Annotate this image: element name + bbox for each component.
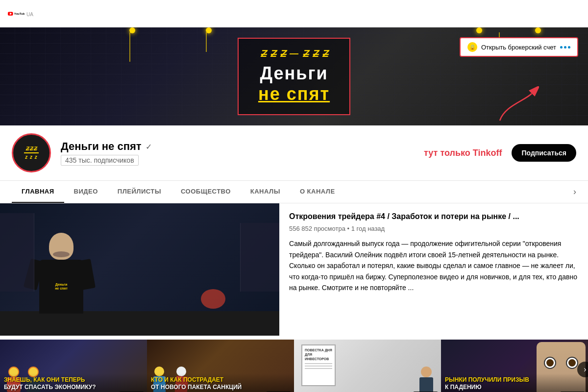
annotation-arrow [490,86,539,125]
document-element: ПОВЕСТКА ДНЯ ДЛЯ ИНВЕСТОРОВ [301,344,336,386]
thumb-title-bottom-2: ОТ НОВОГО ПАКЕТА САНКЦИЙ [151,384,290,392]
tinkoff-label: тут только Tinkoff [424,148,502,158]
site-header: YouTube UA [0,0,588,27]
building-right [240,223,279,292]
broker-label: Открыть брокерский счет [481,44,556,51]
featured-thumbnail[interactable]: Деньгине спят [0,203,279,336]
channel-name: Деньги не спят [61,140,142,153]
subscribe-button[interactable]: Подписаться [512,144,576,162]
verified-icon: ✓ [146,142,152,151]
person-head [49,233,74,260]
tab-playlists[interactable]: ПЛЕЙЛИСТЫ [108,181,171,203]
banner-title-line1: Деньги [258,63,330,84]
video-description-text: Самый долгожданный выпуск года — продолж… [289,238,578,293]
thumb-overlay-4: РЫНКИ ПОЛУЧИЛИ ПРИЗЫВ К ПАДЕНИЮ [441,373,588,392]
char-body5 [419,377,433,392]
region-label: UA [26,12,33,17]
char-reporter [416,367,436,392]
thumb-title-bottom-4: К ПАДЕНИЮ [445,384,584,392]
zzz-icon: Z̶ [302,49,308,59]
banner-title-box: Z̶ Z̶ Z̶ — Z̶ Z̶ Z̶ Деньги не спят [238,38,350,115]
thumbnail-image-2: КТО И КАК ПОСТРАДАЕТ ОТ НОВОГО ПАКЕТА СА… [147,340,294,392]
channel-meta: Деньги не спят ✓ 435 тыс. подписчиков [61,140,385,166]
thumb-bg-3: ПОВЕСТКА ДНЯ ДЛЯ ИНВЕСТОРОВ [294,340,441,392]
channel-name-row: Деньги не спят ✓ [61,140,385,153]
zzz-icon: Z̶ [312,49,318,59]
thumbnails-row: ЗНАЕШЬ, КАК ОНИ ТЕПЕРЬ БУДУТ СПАСАТЬ ЭКО… [0,336,588,392]
tab-home[interactable]: ГЛАВНАЯ [12,181,64,203]
thumbnail-item-2[interactable]: КТО И КАК ПОСТРАДАЕТ ОТ НОВОГО ПАКЕТА СА… [147,340,294,392]
tab-channels[interactable]: КАНАЛЫ [241,181,290,203]
thumbnail-item-3[interactable]: ПОВЕСТКА ДНЯ ДЛЯ ИНВЕСТОРОВ 3:41:41 [294,340,441,392]
avatar-zzz-text2: z z z [25,154,38,160]
doc-lines [305,363,332,369]
doc-line [305,363,332,364]
channel-nav: ГЛАВНАЯ ВИДЕО ПЛЕЙЛИСТЫ СООБЩЕСТВО КАНАЛ… [0,181,588,203]
zzz-icon: — [290,49,298,59]
main-content: Деньгине спят Откровения трейдера #4 / З… [0,203,588,336]
thumbnail-image-3: ПОВЕСТКА ДНЯ ДЛЯ ИНВЕСТОРОВ 3:41:41 [294,340,441,392]
doc-text: ПОВЕСТКА ДНЯ ДЛЯ ИНВЕСТОРОВ [305,348,332,361]
zzz-icon: Z̶ [322,49,328,59]
thumbnail-item-1[interactable]: ЗНАЕШЬ, КАК ОНИ ТЕПЕРЬ БУДУТ СПАСАТЬ ЭКО… [0,340,147,392]
desk-element [0,311,279,336]
thumb-title-top-2: КТО И КАК ПОСТРАДАЕТ [151,376,290,384]
video-time-ago: 1 год назад [351,225,385,232]
tab-community[interactable]: СООБЩЕСТВО [171,181,241,203]
shirt-design: Деньгине спят [55,283,68,291]
tab-video[interactable]: ВИДЕО [64,181,108,203]
video-separator: • [347,225,351,232]
banner-title-line2: не спят [258,84,330,104]
channel-banner: Z̶ Z̶ Z̶ — Z̶ Z̶ Z̶ Деньги не спят 🔒 Отк… [0,27,588,125]
pupil-right [568,359,576,367]
thumb-title-bottom-1: БУДУТ СПАСАТЬ ЭКОНОМИКУ? [4,384,143,392]
video-meta: 556 852 просмотра • 1 год назад [289,225,578,232]
featured-video[interactable]: Деньгине спят [0,203,279,336]
channel-info-bar: Z̶Z̶Z̶ z z z Деньги не спят ✓ 435 тыс. п… [0,125,588,181]
decoration-light [535,27,541,33]
char-head5 [421,367,432,377]
zzz-icon: Z̶ [280,49,286,59]
thumb-overlay-1: ЗНАЕШЬ, КАК ОНИ ТЕПЕРЬ БУДУТ СПАСАТЬ ЭКО… [0,373,147,392]
tab-about[interactable]: О КАНАЛЕ [290,181,345,203]
thumbnail-image-1: ЗНАЕШЬ, КАК ОНИ ТЕПЕРЬ БУДУТ СПАСАТЬ ЭКО… [0,340,147,392]
shirt-text: Деньгине спят [55,283,68,291]
thumbnail-item-4[interactable]: РЫНКИ ПОЛУЧИЛИ ПРИЗЫВ К ПАДЕНИЮ 2:13:31 [441,340,588,392]
doc-line [305,368,332,369]
zzz-icon: Z̶ [260,49,266,59]
channel-avatar: Z̶Z̶Z̶ z z z [12,133,51,172]
eye-left [544,357,556,369]
flower-shape [201,289,225,309]
banner-zzz-icons: Z̶ Z̶ Z̶ — Z̶ Z̶ Z̶ [258,49,330,59]
svg-text:YouTube: YouTube [14,12,24,15]
youtube-logo[interactable]: YouTube UA [8,8,33,20]
pupil-left [546,359,554,367]
avatar-line [24,152,39,153]
doc-line [305,366,332,367]
banner-background: Z̶ Z̶ Z̶ — Z̶ Z̶ Z̶ Деньги не спят 🔒 Отк… [0,27,588,125]
person-figure: Деньгине спят [39,233,83,314]
avatar-zzz-text: Z̶Z̶Z̶ [25,146,37,151]
avatar-inner: Z̶Z̶Z̶ z z z [24,146,39,160]
nav-more-chevron[interactable]: › [573,187,576,197]
broker-icon: 🔒 [467,42,477,52]
decoration-light [476,27,482,33]
video-views: 556 852 просмотра [289,225,345,232]
thumb-title-top-4: РЫНКИ ПОЛУЧИЛИ ПРИЗЫВ [445,376,584,384]
video-title: Откровения трейдера #4 / Заработок и пот… [289,211,578,222]
decoration-cord [206,32,207,52]
person-mouth-area [53,251,70,257]
flower-decoration [201,289,230,314]
thumbnail-image-4: РЫНКИ ПОЛУЧИЛИ ПРИЗЫВ К ПАДЕНИЮ 2:13:31 [441,340,588,392]
broker-button[interactable]: 🔒 Открыть брокерский счет [460,37,578,57]
decoration-cord [129,32,130,62]
subscriber-count: 435 тыс. подписчиков [61,155,139,166]
thumb-overlay-2: КТО И КАК ПОСТРАДАЕТ ОТ НОВОГО ПАКЕТА СА… [147,373,294,392]
eye-right [566,357,578,369]
telegram-dots [560,46,570,49]
building-left [0,213,34,292]
youtube-icon: YouTube [8,8,24,20]
thumb-title-top-1: ЗНАЕШЬ, КАК ОНИ ТЕПЕРЬ [4,376,143,384]
video-description-panel: Откровения трейдера #4 / Заработок и пот… [279,203,588,336]
zzz-icon: Z̶ [270,49,276,59]
